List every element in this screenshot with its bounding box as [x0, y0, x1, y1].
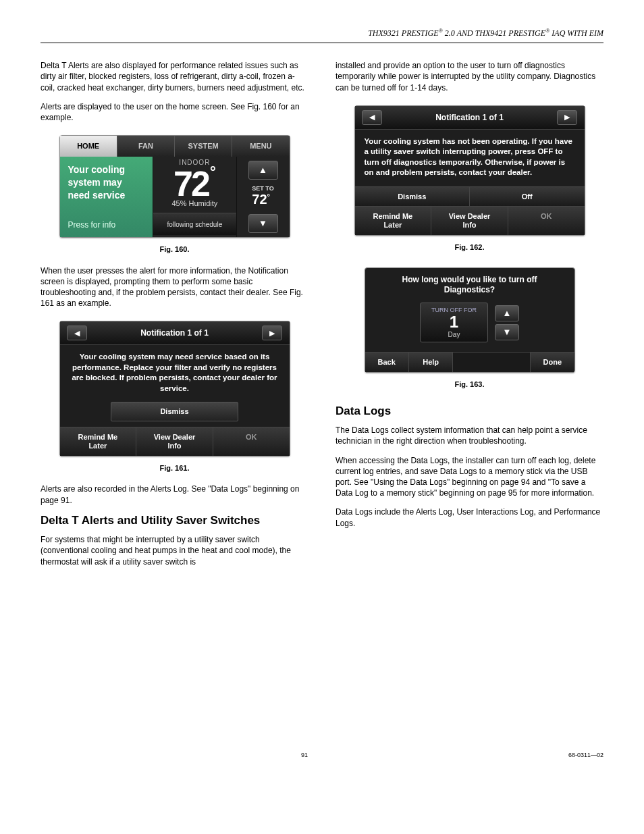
- right-column: installed and provide an option to the u…: [336, 60, 603, 575]
- left-column: Delta T Alerts are also displayed for pe…: [41, 60, 308, 575]
- temp-up-button[interactable]: ▲: [248, 161, 278, 180]
- diag-question: How long would you like to turn off Diag…: [365, 268, 574, 300]
- tab-menu[interactable]: MENU: [232, 136, 289, 157]
- dismiss-button-161[interactable]: Dismiss: [111, 402, 238, 421]
- indoor-temp: 72°: [153, 165, 236, 200]
- view-dealer-button-162[interactable]: View Dealer Info: [431, 207, 508, 234]
- notif-msg-161: Your cooling system may need service bas…: [60, 345, 290, 402]
- tab-fan[interactable]: FAN: [117, 136, 175, 157]
- next-notif-button-162[interactable]: ▶: [557, 110, 577, 125]
- done-button[interactable]: Done: [531, 353, 574, 372]
- next-notif-button[interactable]: ▶: [262, 325, 282, 340]
- caption-163: Fig. 163.: [454, 380, 484, 390]
- diag-days-value: 1: [431, 314, 477, 330]
- tab-home[interactable]: HOME: [60, 136, 117, 157]
- header-a: THX9321 PRESTIGE: [368, 28, 438, 38]
- spacer: [453, 353, 531, 372]
- fig161-notification: ◀ Notification 1 of 1 ▶ Your cooling sys…: [59, 321, 290, 456]
- days-up-button[interactable]: ▲: [495, 305, 519, 321]
- alert-line1: Your cooling: [68, 163, 145, 176]
- notif-msg-162: Your cooling system has not been operati…: [355, 130, 585, 186]
- para-installed: installed and provide an option to the u…: [336, 60, 603, 93]
- press-for-info: Press for info: [68, 219, 145, 230]
- alert-panel[interactable]: Your cooling system may need service Pre…: [60, 157, 154, 237]
- diag-value-box: TURN OFF FOR 1 Day: [420, 303, 488, 343]
- days-down-button[interactable]: ▼: [495, 324, 519, 340]
- doc-number: 68-0311—02: [568, 751, 603, 759]
- caption-160: Fig. 160.: [159, 244, 189, 255]
- header-b: 2.0 AND THX9421 PRESTIGE: [443, 28, 545, 38]
- para-dlogs-2: When accessing the Data Logs, the instal…: [336, 455, 603, 499]
- humidity: 45% Humidity: [153, 199, 236, 209]
- remind-later-button-162[interactable]: Remind Me Later: [355, 207, 432, 234]
- header-c: IAQ WITH EIM: [549, 28, 603, 38]
- tab-system[interactable]: SYSTEM: [175, 136, 232, 157]
- para-alerts-log: Alerts are also recorded in the Alerts L…: [41, 484, 308, 505]
- ok-button-162[interactable]: OK: [508, 207, 585, 234]
- prev-notif-button-162[interactable]: ◀: [362, 110, 382, 125]
- para-alerts-home: Alerts are displayed to the user on the …: [41, 101, 308, 123]
- indoor-panel: INDOOR 72° 45% Humidity following schedu…: [153, 157, 236, 237]
- remind-later-button-161[interactable]: Remind Me Later: [60, 427, 137, 455]
- para-alerts-perf: Delta T Alerts are also displayed for pe…: [41, 60, 308, 93]
- view-dealer-button-161[interactable]: View Dealer Info: [136, 427, 213, 455]
- page-footer: 91 68-0311—02: [41, 751, 603, 759]
- caption-161: Fig. 161.: [159, 463, 189, 473]
- diag-day-label: Day: [431, 330, 477, 340]
- caption-162: Fig. 162.: [454, 242, 484, 253]
- fig162-notification: ◀ Notification 1 of 1 ▶ Your cooling sys…: [354, 105, 585, 236]
- page-header: THX9321 PRESTIGE® 2.0 AND THX9421 PRESTI…: [41, 27, 603, 43]
- following-schedule: following schedule: [153, 213, 236, 235]
- page-number: 91: [301, 751, 308, 759]
- alert-line3: need service: [68, 189, 145, 202]
- para-notification: When the user presses the alert for more…: [41, 265, 308, 309]
- notif-title-161: Notification 1 of 1: [140, 328, 209, 338]
- set-temp: 72°: [252, 190, 273, 209]
- setpoint-column: ▲ SET TO 72° ▼: [237, 157, 290, 237]
- help-button[interactable]: Help: [409, 353, 453, 372]
- heading-delta-t: Delta T Alerts and Utility Saver Switche…: [41, 514, 308, 527]
- para-dlogs-3: Data Logs include the Alerts Log, User I…: [336, 506, 603, 528]
- alert-line2: system may: [68, 176, 145, 189]
- off-button-162[interactable]: Off: [470, 187, 585, 207]
- fig163-diagnostics: How long would you like to turn off Diag…: [365, 267, 575, 373]
- notif-title-162: Notification 1 of 1: [435, 112, 504, 123]
- heading-data-logs: Data Logs: [336, 405, 603, 418]
- ok-button-161[interactable]: OK: [213, 427, 290, 455]
- para-dlogs-1: The Data Logs collect system information…: [336, 425, 603, 446]
- prev-notif-button[interactable]: ◀: [67, 325, 87, 340]
- temp-down-button[interactable]: ▼: [248, 214, 278, 233]
- fig160-thermostat: HOME FAN SYSTEM MENU Your cooling system…: [59, 135, 290, 238]
- para-utility-saver: For systems that might be interrupted by…: [41, 534, 308, 567]
- dismiss-button-162[interactable]: Dismiss: [355, 187, 471, 207]
- back-button[interactable]: Back: [365, 353, 409, 372]
